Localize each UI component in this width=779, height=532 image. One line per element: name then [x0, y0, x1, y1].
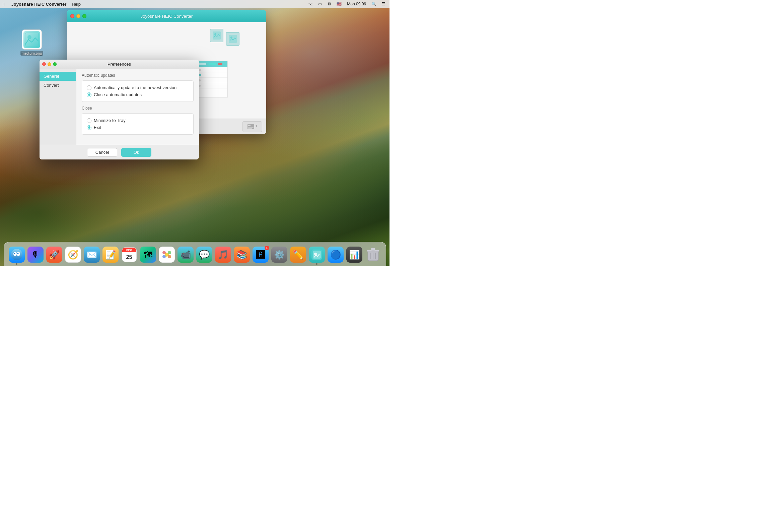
dock-item-books[interactable]: 📚	[233, 246, 250, 263]
svg-point-5	[214, 33, 216, 35]
radio-close-updates[interactable]: Close automatic updates	[87, 91, 189, 98]
dock-icon-books: 📚	[234, 247, 250, 263]
menubar-flag[interactable]: 🇺🇸	[335, 2, 343, 6]
prefs-content: Automatic updates Automatically update t…	[76, 69, 199, 145]
calendar-month: DEC	[122, 248, 136, 252]
heic-minimize-button[interactable]	[76, 14, 80, 18]
svg-point-26	[17, 253, 18, 254]
svg-rect-1	[23, 31, 40, 48]
dock-item-joyoshare[interactable]	[308, 246, 325, 263]
dock-icon-aomei: 🔵	[327, 247, 344, 263]
dock-item-photos[interactable]	[158, 246, 176, 263]
dock-icon-finder	[9, 247, 25, 263]
dock-icon-launchpad: 🚀	[46, 247, 62, 263]
radio-close-updates-label: Close automatic updates	[94, 92, 142, 97]
close-box: Minimize to Tray Exit	[82, 113, 194, 135]
dock-item-messages[interactable]: 💬	[195, 246, 213, 263]
dock-item-maps[interactable]: 🗺	[139, 246, 157, 263]
prefs-window-controls	[42, 62, 57, 66]
svg-rect-37	[371, 248, 375, 250]
radio-auto-update-circle	[87, 85, 92, 90]
menubar-icon-1[interactable]: ⌥	[307, 2, 314, 6]
dock-item-finder[interactable]	[8, 246, 25, 263]
dock-icon-music: 🎵	[215, 247, 231, 263]
dock-item-launchpad[interactable]: 🚀	[46, 246, 63, 263]
svg-point-34	[314, 253, 317, 255]
menubar-help[interactable]: Help	[69, 0, 83, 8]
dock-item-appstore[interactable]: 🅰 1	[252, 246, 269, 263]
heic-convert-button[interactable]	[242, 121, 262, 132]
appstore-badge: 1	[264, 246, 269, 250]
auto-updates-title: Automatic updates	[82, 73, 194, 78]
dock-item-safari[interactable]: 🧭	[64, 246, 82, 263]
radio-exit-circle	[87, 125, 92, 130]
dock-item-music[interactable]: 🎵	[214, 246, 232, 263]
menubar-search[interactable]: 🔍	[370, 2, 378, 6]
file-icon-image	[22, 29, 42, 50]
radio-auto-update[interactable]: Automatically update to the newest versi…	[87, 84, 189, 91]
mini-col-3	[198, 63, 206, 65]
dock-item-pencil[interactable]: ✏️	[289, 246, 307, 263]
prefs-minimize-button[interactable]	[48, 62, 51, 66]
dock-icon-mail: ✉️	[84, 247, 100, 263]
prefs-titlebar: Preferences	[40, 60, 199, 69]
heic-maximize-button[interactable]	[82, 14, 86, 18]
dock-icon-notes: 📝	[103, 247, 119, 263]
dock-icon-facetime: 📹	[178, 247, 194, 263]
apple-menu[interactable]: 	[3, 1, 4, 7]
menubar-icon-2[interactable]: ▭	[317, 2, 323, 6]
dock-item-facetime[interactable]: 📹	[177, 246, 194, 263]
finder-dot	[16, 263, 17, 265]
svg-point-25	[14, 253, 15, 254]
prefs-close-button[interactable]	[42, 62, 46, 66]
svg-rect-18	[248, 125, 250, 126]
dock-icon-calendar: DEC 25	[121, 247, 137, 263]
dock-item-calendar[interactable]: DEC 25	[121, 246, 138, 263]
dock-icon-trash	[365, 247, 381, 263]
radio-exit[interactable]: Exit	[87, 124, 189, 131]
menubar-icon-3[interactable]: 🖥	[326, 2, 333, 6]
svg-point-28	[163, 251, 166, 254]
heic-thumb-1	[210, 29, 223, 42]
dock-icon-pencil: ✏️	[290, 247, 306, 263]
svg-point-30	[163, 255, 166, 258]
radio-minimize-tray-circle	[87, 118, 92, 123]
prefs-cancel-button[interactable]: Cancel	[87, 148, 117, 157]
dock: 🎙 🚀 🧭 ✉️ 📝 DEC 25 🗺 📹 💬	[4, 242, 386, 266]
prefs-ok-button[interactable]: Ok	[121, 148, 152, 157]
dock-icon-sysprefs: ⚙️	[271, 247, 287, 263]
dock-item-trash[interactable]	[364, 246, 382, 263]
prefs-maximize-button[interactable]	[53, 62, 57, 66]
heic-close-button[interactable]	[70, 14, 74, 18]
prefs-title: Preferences	[108, 62, 131, 67]
radio-minimize-tray[interactable]: Minimize to Tray	[87, 117, 189, 124]
menubar-list[interactable]: ☰	[380, 2, 387, 6]
svg-point-29	[168, 251, 171, 254]
radio-minimize-tray-label: Minimize to Tray	[94, 118, 126, 123]
dock-icon-photos	[159, 247, 175, 263]
svg-point-7	[230, 37, 232, 39]
svg-point-31	[168, 255, 171, 258]
dock-icon-siri: 🎙	[27, 247, 44, 263]
dock-icon-safari: 🧭	[65, 247, 81, 263]
dock-item-menu[interactable]: 📊	[346, 246, 363, 263]
dock-icon-menu: 📊	[346, 247, 362, 263]
svg-point-2	[27, 35, 32, 39]
preferences-dialog: Preferences General Convert Automatic up…	[40, 60, 199, 160]
prefs-body: General Convert Automatic updates Automa…	[40, 69, 199, 145]
dock-item-mail[interactable]: ✉️	[83, 246, 101, 263]
radio-exit-label: Exit	[94, 125, 101, 130]
menubar-app-name[interactable]: Joyoshare HEIC Converter	[8, 0, 69, 8]
prefs-nav-convert[interactable]: Convert	[40, 81, 76, 90]
prefs-nav-general[interactable]: General	[40, 72, 76, 81]
dock-item-sysprefs[interactable]: ⚙️	[271, 246, 288, 263]
prefs-footer: Cancel Ok	[40, 145, 199, 160]
dock-item-siri[interactable]: 🎙	[27, 246, 44, 263]
heic-thumb-2	[226, 32, 239, 46]
dock-item-aomei[interactable]: 🔵	[327, 246, 344, 263]
heic-window-title: Joyoshare HEIC Converter	[141, 14, 193, 19]
close-title: Close	[82, 106, 194, 111]
desktop-file-icon[interactable]: medium.png	[18, 29, 45, 56]
dock-item-notes[interactable]: 📝	[102, 246, 119, 263]
menubar-right: ⌥ ▭ 🖥 🇺🇸 Mon 09:06 🔍 ☰	[307, 2, 387, 6]
